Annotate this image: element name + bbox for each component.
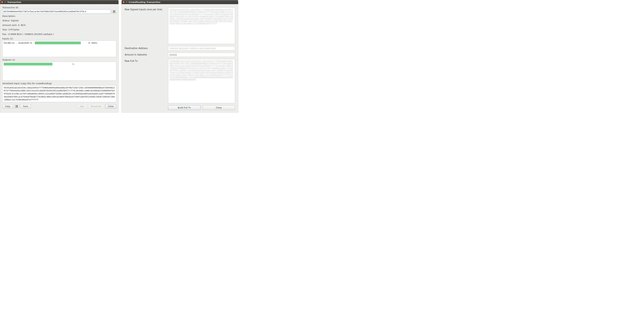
- copy-button[interactable]: Copy: [2, 104, 13, 108]
- inputs-header: Inputs (1): [2, 38, 116, 40]
- save-button[interactable]: Save: [20, 104, 31, 108]
- qr-icon: [113, 10, 115, 12]
- description-label: Description:: [2, 14, 116, 18]
- window-minimize-icon[interactable]: [126, 1, 128, 3]
- raw-full-tx-label: Raw Full Tx: [125, 59, 165, 62]
- input-amount: 0.0001: [88, 42, 97, 44]
- fee-label: Fee: -0.9999 BCH ( -558603.351955 sat/by…: [2, 32, 116, 36]
- titlebar[interactable]: Crowdfunding Transaction: [122, 0, 238, 4]
- amount-satoshis-label: Amount in Satoshis: [125, 53, 165, 56]
- right-button-row: Build Full Tx Close: [168, 105, 235, 110]
- output-address-redacted: [4, 63, 52, 66]
- qr-icon: [16, 105, 18, 107]
- window-title: Crowdfunding Transaction: [129, 1, 160, 3]
- status-label: Status: Signed: [2, 19, 116, 22]
- raw-signed-label: Raw Signed Inputs (one per line): [125, 8, 165, 11]
- txid-label: Transaction ID:: [2, 6, 116, 9]
- window-title: Transaction: [7, 1, 21, 3]
- serialized-input-box[interactable]: 4535ab42ab181929cc8da2945eff75960e8099a6…: [2, 85, 116, 102]
- output-row[interactable]: 1.: [4, 63, 115, 66]
- crowdfunding-window: Crowdfunding Transaction Raw Signed Inpu…: [122, 0, 238, 112]
- inputs-list[interactable]: 59c80c15...42ab3545:0 0.0001: [2, 40, 116, 57]
- window-close-icon[interactable]: [1, 1, 3, 3]
- input-outpoint: 59c80c15...42ab3545:0: [4, 42, 32, 44]
- window-close-icon[interactable]: [122, 1, 125, 3]
- size-label: Size: 179 bytes: [2, 28, 116, 32]
- input-address-redacted: [35, 42, 81, 44]
- broadcast-button: Broadcast: [88, 104, 104, 108]
- destination-address-label: Destination Address: [125, 47, 165, 50]
- qr-button-bottom[interactable]: [14, 104, 19, 108]
- txid-input[interactable]: [2, 9, 111, 14]
- serialized-label: Serialized Input (copy this for crowdfun…: [2, 82, 116, 85]
- sign-button: Sign: [77, 104, 87, 108]
- serialized-hex: 4535ab42ab181929cc8da2945eff75960e8099a6…: [4, 86, 115, 101]
- button-row: Copy Save Sign Broadcast Close: [2, 104, 116, 108]
- outputs-list[interactable]: 1.: [2, 62, 116, 81]
- output-amount: 1.: [72, 63, 75, 65]
- destination-address-input[interactable]: [168, 46, 235, 50]
- raw-signed-inputs-textarea[interactable]: 4535ab42ab181929cc8da2945eff75960e8099a6…: [168, 8, 235, 44]
- raw-full-tx-textarea[interactable]: 01000000014535ab42ab181929cc8da2945eff75…: [168, 59, 235, 103]
- amount-sent-label: Amount sent: 0. BCH: [2, 23, 116, 27]
- close-button[interactable]: Close: [203, 105, 235, 110]
- transaction-window: Transaction Transaction ID: Description:…: [0, 0, 119, 112]
- close-button[interactable]: Close: [105, 104, 116, 108]
- titlebar[interactable]: Transaction: [0, 0, 118, 4]
- outputs-header: Outputs (1): [2, 58, 116, 61]
- build-full-tx-button[interactable]: Build Full Tx: [168, 105, 200, 110]
- amount-satoshis-input[interactable]: [168, 52, 235, 57]
- input-row[interactable]: 59c80c15...42ab3545:0 0.0001: [4, 42, 115, 44]
- qr-button[interactable]: [112, 9, 116, 14]
- window-minimize-icon[interactable]: [4, 1, 6, 3]
